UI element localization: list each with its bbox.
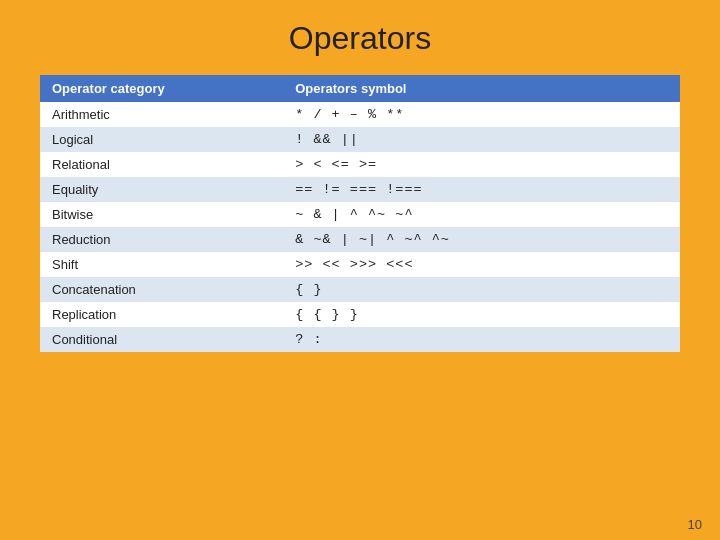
category-cell: Logical	[40, 127, 283, 152]
symbols-cell: * / + – % **	[283, 102, 680, 127]
symbols-cell: == != === !===	[283, 177, 680, 202]
category-cell: Bitwise	[40, 202, 283, 227]
symbols-cell: >> << >>> <<<	[283, 252, 680, 277]
symbols-cell: & ~& | ~| ^ ~^ ^~	[283, 227, 680, 252]
table-row: Relational> < <= >=	[40, 152, 680, 177]
col-header-symbol: Operators symbol	[283, 75, 680, 102]
table-row: Reduction& ~& | ~| ^ ~^ ^~	[40, 227, 680, 252]
table-row: Shift>> << >>> <<<	[40, 252, 680, 277]
category-cell: Replication	[40, 302, 283, 327]
symbols-cell: > < <= >=	[283, 152, 680, 177]
table-row: Conditional? :	[40, 327, 680, 352]
symbols-cell: ~ & | ^ ^~ ~^	[283, 202, 680, 227]
category-cell: Conditional	[40, 327, 283, 352]
category-cell: Shift	[40, 252, 283, 277]
category-cell: Reduction	[40, 227, 283, 252]
category-cell: Relational	[40, 152, 283, 177]
operators-table: Operator category Operators symbol Arith…	[40, 75, 680, 352]
table-row: Replication{ { } }	[40, 302, 680, 327]
symbols-cell: ! && ||	[283, 127, 680, 152]
table-row: Logical! && ||	[40, 127, 680, 152]
category-cell: Arithmetic	[40, 102, 283, 127]
symbols-cell: ? :	[283, 327, 680, 352]
table-row: Concatenation{ }	[40, 277, 680, 302]
category-cell: Concatenation	[40, 277, 283, 302]
page-number: 10	[688, 517, 702, 532]
col-header-category: Operator category	[40, 75, 283, 102]
operators-table-wrapper: Operator category Operators symbol Arith…	[40, 75, 680, 352]
table-row: Bitwise~ & | ^ ^~ ~^	[40, 202, 680, 227]
table-header-row: Operator category Operators symbol	[40, 75, 680, 102]
table-row: Equality== != === !===	[40, 177, 680, 202]
category-cell: Equality	[40, 177, 283, 202]
page-title: Operators	[289, 20, 431, 57]
symbols-cell: { { } }	[283, 302, 680, 327]
symbols-cell: { }	[283, 277, 680, 302]
table-row: Arithmetic* / + – % **	[40, 102, 680, 127]
